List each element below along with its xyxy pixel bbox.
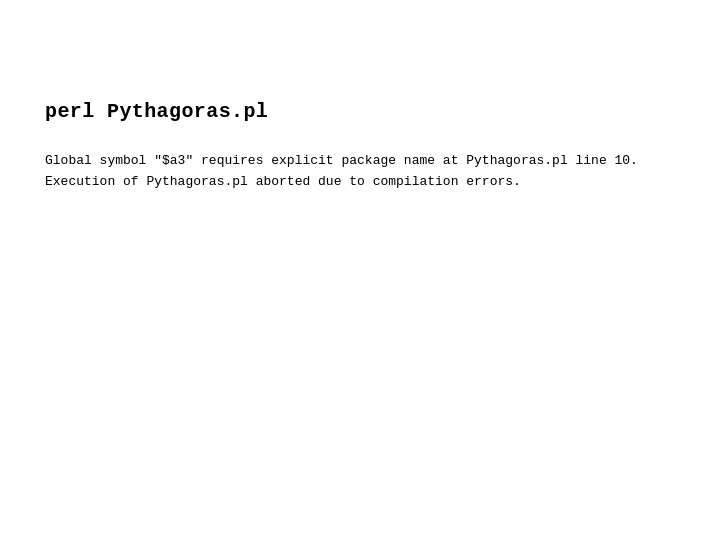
output-text: Global symbol "$a3" requires explicit pa… [45, 151, 675, 193]
output-line-1: Global symbol "$a3" requires explicit pa… [45, 151, 675, 172]
main-content: perl Pythagoras.pl Global symbol "$a3" r… [0, 0, 720, 193]
command-line: perl Pythagoras.pl [45, 100, 675, 123]
output-line-2: Execution of Pythagoras.pl aborted due t… [45, 172, 675, 193]
